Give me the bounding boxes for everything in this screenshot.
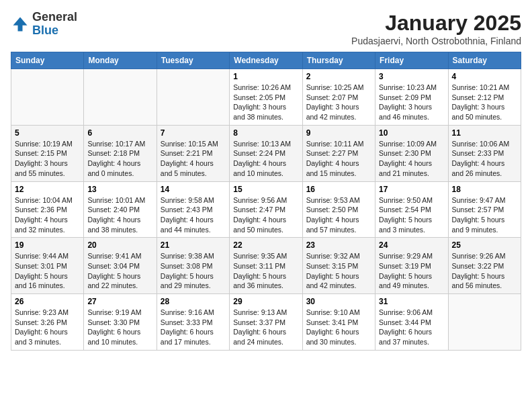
day-number: 31 (379, 297, 444, 306)
page-header: General Blue January 2025 Pudasjaervi, N… (11, 11, 521, 46)
logo-blue: Blue (32, 24, 58, 37)
calendar-cell: 18Sunrise: 9:47 AMSunset: 2:57 PMDayligh… (448, 181, 521, 238)
cell-info: Sunrise: 9:29 AM (379, 252, 433, 260)
cell-info: Daylight: 4 hours and 0 minutes. (87, 159, 140, 177)
day-number: 26 (15, 297, 80, 306)
cell-info: Sunset: 2:47 PM (233, 205, 285, 214)
cell-info: Daylight: 4 hours and 10 minutes. (233, 159, 286, 177)
day-number: 14 (161, 185, 226, 194)
day-number: 19 (15, 240, 80, 250)
calendar-cell: 2Sunrise: 10:25 AMSunset: 2:07 PMDayligh… (302, 69, 375, 126)
calendar-cell: 11Sunrise: 10:06 AMSunset: 2:33 PMDaylig… (448, 125, 521, 181)
calendar-cell: 10Sunrise: 10:09 AMSunset: 2:30 PMDaylig… (375, 125, 448, 181)
day-number: 25 (452, 240, 517, 250)
day-number: 8 (233, 128, 298, 138)
day-number: 20 (87, 240, 152, 250)
cell-info: Sunset: 3:30 PM (87, 318, 140, 326)
calendar-cell: 6Sunrise: 10:17 AMSunset: 2:18 PMDayligh… (84, 125, 157, 181)
calendar-cell: 16Sunrise: 9:53 AMSunset: 2:50 PMDayligh… (302, 181, 375, 238)
cell-info: Sunset: 2:33 PM (452, 149, 504, 157)
cell-info: Sunrise: 9:50 AM (379, 196, 433, 204)
cell-info: Sunrise: 9:23 AM (15, 308, 69, 316)
calendar-cell: 31Sunrise: 9:06 AMSunset: 3:44 PMDayligh… (375, 294, 448, 351)
svg-marker-0 (13, 17, 28, 31)
calendar-cell: 4Sunrise: 10:21 AMSunset: 2:12 PMDayligh… (448, 69, 521, 126)
cell-info: Daylight: 6 hours and 3 minutes. (15, 328, 68, 346)
cell-info: Sunrise: 10:17 AM (87, 140, 145, 148)
calendar-cell: 21Sunrise: 9:38 AMSunset: 3:08 PMDayligh… (157, 238, 229, 294)
cell-info: Sunset: 2:54 PM (379, 205, 431, 214)
calendar-cell: 30Sunrise: 9:10 AMSunset: 3:41 PMDayligh… (302, 294, 375, 351)
cell-info: Sunrise: 9:13 AM (233, 308, 287, 316)
cell-info: Sunrise: 9:32 AM (306, 252, 360, 260)
cell-info: Daylight: 5 hours and 56 minutes. (452, 272, 505, 290)
day-number: 21 (161, 240, 226, 250)
cell-info: Sunset: 3:37 PM (233, 318, 285, 326)
calendar-cell: 25Sunrise: 9:26 AMSunset: 3:22 PMDayligh… (448, 238, 521, 294)
day-number: 18 (452, 185, 517, 194)
cell-info: Sunrise: 9:58 AM (161, 196, 214, 204)
logo: General Blue (11, 11, 77, 38)
calendar-cell: 8Sunrise: 10:13 AMSunset: 2:24 PMDayligh… (230, 125, 302, 181)
day-number: 24 (379, 240, 444, 250)
day-number: 12 (15, 185, 80, 194)
cell-info: Sunrise: 9:19 AM (87, 308, 141, 316)
day-number: 13 (87, 185, 152, 194)
cell-info: Daylight: 3 hours and 46 minutes. (379, 103, 432, 121)
calendar-cell: 7Sunrise: 10:15 AMSunset: 2:21 PMDayligh… (157, 125, 229, 181)
cell-info: Daylight: 5 hours and 16 minutes. (15, 272, 68, 290)
cell-info: Daylight: 3 hours and 38 minutes. (233, 103, 286, 121)
calendar-cell: 12Sunrise: 10:04 AMSunset: 2:36 PMDaylig… (11, 181, 84, 238)
cell-info: Daylight: 6 hours and 17 minutes. (161, 328, 214, 346)
day-number: 22 (233, 240, 298, 250)
cell-info: Sunset: 2:24 PM (233, 149, 285, 157)
cell-info: Daylight: 5 hours and 29 minutes. (161, 272, 214, 290)
cell-info: Daylight: 4 hours and 50 minutes. (233, 216, 286, 234)
cell-info: Sunset: 2:43 PM (161, 205, 213, 214)
calendar-cell: 27Sunrise: 9:19 AMSunset: 3:30 PMDayligh… (84, 294, 157, 351)
cell-info: Sunrise: 10:15 AM (161, 140, 218, 148)
cell-info: Sunset: 3:01 PM (15, 262, 67, 270)
cell-info: Sunset: 3:11 PM (233, 262, 285, 270)
cell-info: Daylight: 4 hours and 32 minutes. (15, 216, 68, 234)
calendar-cell: 1Sunrise: 10:26 AMSunset: 2:05 PMDayligh… (230, 69, 302, 126)
day-number: 28 (161, 297, 226, 306)
day-number: 29 (233, 297, 298, 306)
calendar-cell: 13Sunrise: 10:01 AMSunset: 2:40 PMDaylig… (84, 181, 157, 238)
cell-info: Sunset: 3:44 PM (379, 318, 431, 326)
day-number: 4 (452, 72, 517, 81)
weekday-header-tuesday: Tuesday (157, 52, 229, 69)
logo-icon (11, 15, 30, 34)
calendar-cell: 22Sunrise: 9:35 AMSunset: 3:11 PMDayligh… (230, 238, 302, 294)
calendar-cell: 28Sunrise: 9:16 AMSunset: 3:33 PMDayligh… (157, 294, 229, 351)
cell-info: Daylight: 4 hours and 57 minutes. (306, 216, 359, 234)
cell-info: Sunset: 3:22 PM (452, 262, 504, 270)
cell-info: Daylight: 5 hours and 42 minutes. (306, 272, 359, 290)
cell-info: Sunset: 2:57 PM (452, 205, 504, 214)
day-number: 6 (87, 128, 152, 138)
cell-info: Sunset: 2:07 PM (306, 93, 359, 101)
cell-info: Sunset: 2:05 PM (233, 93, 285, 101)
cell-info: Sunset: 3:41 PM (306, 318, 359, 326)
cell-info: Daylight: 3 hours and 50 minutes. (452, 103, 505, 121)
cell-info: Sunset: 2:36 PM (15, 205, 67, 214)
logo-text: General Blue (32, 11, 77, 38)
calendar-cell (11, 69, 84, 126)
weekday-header-saturday: Saturday (448, 52, 521, 69)
cell-info: Sunrise: 9:35 AM (233, 252, 287, 260)
month-title: January 2025 (351, 11, 521, 36)
cell-info: Sunrise: 9:44 AM (15, 252, 69, 260)
cell-info: Sunrise: 9:56 AM (233, 196, 287, 204)
weekday-header-wednesday: Wednesday (230, 52, 302, 69)
calendar-cell: 24Sunrise: 9:29 AMSunset: 3:19 PMDayligh… (375, 238, 448, 294)
cell-info: Sunset: 2:27 PM (306, 149, 359, 157)
cell-info: Sunrise: 10:19 AM (15, 140, 73, 148)
cell-info: Sunset: 3:08 PM (161, 262, 213, 270)
cell-info: Sunrise: 9:06 AM (379, 308, 433, 316)
weekday-header-monday: Monday (84, 52, 157, 69)
cell-info: Sunset: 3:15 PM (306, 262, 359, 270)
weekday-header-thursday: Thursday (302, 52, 375, 69)
calendar-cell: 19Sunrise: 9:44 AMSunset: 3:01 PMDayligh… (11, 238, 84, 294)
calendar-cell: 14Sunrise: 9:58 AMSunset: 2:43 PMDayligh… (157, 181, 229, 238)
cell-info: Sunrise: 10:06 AM (452, 140, 510, 148)
